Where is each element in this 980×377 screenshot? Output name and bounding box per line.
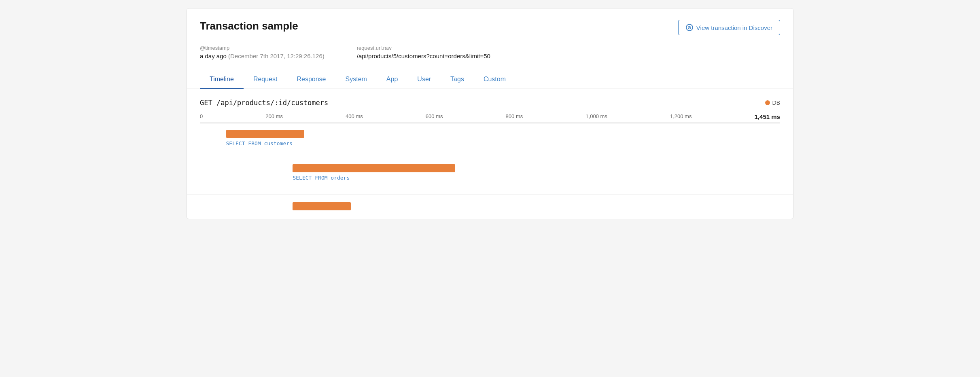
axis-1000: 1,000 ms xyxy=(585,113,607,120)
axis-1200: 1,200 ms xyxy=(670,113,692,120)
axis-200: 200 ms xyxy=(265,113,283,120)
axis-600: 600 ms xyxy=(426,113,443,120)
db-badge: DB xyxy=(765,100,780,106)
timeline-axis: 0 200 ms 400 ms 600 ms 800 ms 1,000 ms 1… xyxy=(200,113,780,123)
tab-app[interactable]: App xyxy=(377,71,407,89)
timestamp-label: @timestamp xyxy=(200,45,325,51)
tabs: Timeline Request Response System App Use… xyxy=(187,71,793,89)
discover-button-label: View transaction in Discover xyxy=(696,24,772,31)
tab-custom[interactable]: Custom xyxy=(474,71,515,89)
bar-area-1: SELECT FROM customers xyxy=(200,130,780,148)
meta-section: @timestamp a day ago (December 7th 2017,… xyxy=(200,45,780,59)
bar-area-3 xyxy=(200,202,780,211)
bar-label-1: SELECT FROM customers xyxy=(226,140,293,146)
timestamp-value: a day ago (December 7th 2017, 12:29:26.1… xyxy=(200,53,325,59)
tab-system[interactable]: System xyxy=(336,71,377,89)
page-title: Transaction sample xyxy=(200,20,298,32)
transaction-name: GET /api/products/:id/customers xyxy=(200,99,328,107)
transaction-card: Transaction sample ⊙ View transaction in… xyxy=(187,8,793,219)
timestamp-detail: (December 7th 2017, 12:29:26.126) xyxy=(228,53,325,59)
tab-response[interactable]: Response xyxy=(287,71,335,89)
timeline-bar-3 xyxy=(293,202,350,210)
bar-label-2: SELECT FROM orders xyxy=(293,175,350,181)
discover-icon: ⊙ xyxy=(686,24,693,31)
axis-total: 1,451 ms xyxy=(755,113,780,120)
timeline-header: GET /api/products/:id/customers DB xyxy=(200,99,780,107)
url-label: request.url.raw xyxy=(357,45,490,51)
tab-user[interactable]: User xyxy=(407,71,441,89)
view-in-discover-button[interactable]: ⊙ View transaction in Discover xyxy=(678,20,780,35)
timestamp-meta: @timestamp a day ago (December 7th 2017,… xyxy=(200,45,325,59)
url-meta: request.url.raw /api/products/5/customer… xyxy=(357,45,490,59)
table-row xyxy=(187,195,793,219)
bar-area-2: SELECT FROM orders xyxy=(200,164,780,182)
timeline-bar-2 xyxy=(293,164,455,172)
url-value: /api/products/5/customers?count=orders&l… xyxy=(357,53,490,59)
tab-tags[interactable]: Tags xyxy=(441,71,474,89)
tab-request[interactable]: Request xyxy=(244,71,287,89)
table-row: SELECT FROM customers xyxy=(187,126,793,160)
table-row: SELECT FROM orders xyxy=(187,160,793,195)
axis-0: 0 xyxy=(200,113,203,120)
tab-timeline[interactable]: Timeline xyxy=(200,71,244,89)
db-dot-icon xyxy=(765,100,770,105)
timeline-section: GET /api/products/:id/customers DB 0 200… xyxy=(187,89,793,219)
timeline-bar-1 xyxy=(226,130,305,138)
axis-400: 400 ms xyxy=(346,113,363,120)
axis-800: 800 ms xyxy=(506,113,523,120)
db-label: DB xyxy=(772,100,780,106)
timeline-rows: SELECT FROM customers SELECT FROM orders xyxy=(187,126,793,219)
card-header: Transaction sample ⊙ View transaction in… xyxy=(200,20,780,35)
